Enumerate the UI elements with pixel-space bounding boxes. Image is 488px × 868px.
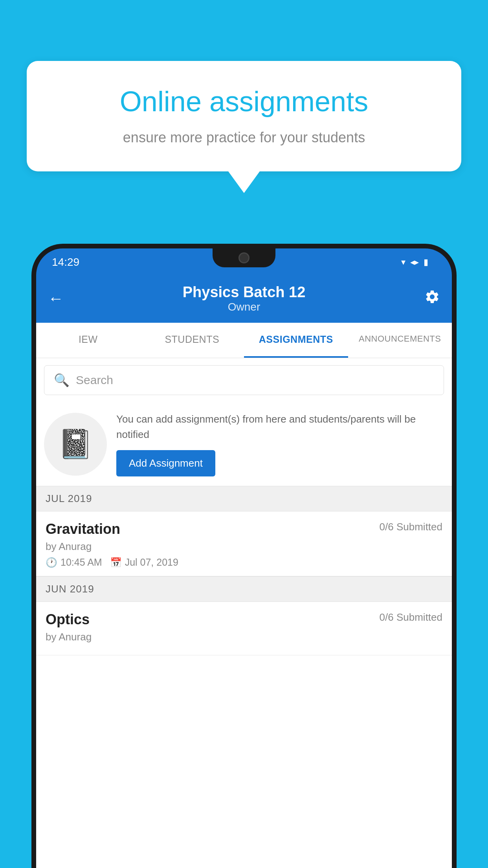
tab-announcements[interactable]: ANNOUNCEMENTS	[348, 323, 452, 358]
search-icon: 🔍	[54, 373, 70, 388]
section-header-jul-text: JUL 2019	[46, 493, 92, 504]
clock-icon: 🕐	[46, 557, 57, 568]
section-header-jul: JUL 2019	[36, 486, 452, 511]
speech-bubble-title: Online assignments	[54, 85, 434, 118]
assignment-item-gravitation[interactable]: Gravitation 0/6 Submitted by Anurag 🕐 10…	[36, 511, 452, 576]
phone-notch	[213, 248, 275, 267]
batch-subtitle: Owner	[183, 301, 306, 313]
phone-inner: 14:29 ▾ ◂▸ ▮ ← Physics Batch 12 Owner IE…	[36, 248, 452, 868]
settings-button[interactable]	[424, 289, 440, 308]
tab-assignments[interactable]: ASSIGNMENTS	[244, 323, 348, 358]
phone-frame: 14:29 ▾ ◂▸ ▮ ← Physics Batch 12 Owner IE…	[31, 244, 457, 868]
assignment-submitted-optics: 0/6 Submitted	[380, 611, 442, 623]
assignment-date: Jul 07, 2019	[125, 557, 178, 568]
assignment-row-top-optics: Optics 0/6 Submitted	[46, 611, 442, 628]
promo-description: You can add assignment(s) from here and …	[116, 412, 444, 442]
assignment-submitted-gravitation: 0/6 Submitted	[380, 521, 442, 533]
back-button[interactable]: ←	[48, 290, 64, 307]
assignment-name-gravitation: Gravitation	[46, 521, 120, 537]
screen-content: 🔍 Search 📓 You can add assignment(s) fro…	[36, 358, 452, 868]
section-header-jun: JUN 2019	[36, 576, 452, 602]
assignment-time: 10:45 AM	[61, 557, 102, 568]
batch-title: Physics Batch 12	[183, 284, 306, 301]
assignment-item-optics[interactable]: Optics 0/6 Submitted by Anurag	[36, 602, 452, 655]
search-placeholder: Search	[76, 373, 113, 387]
assignment-name-optics: Optics	[46, 611, 90, 628]
promo-icon-circle: 📓	[44, 413, 107, 476]
tab-iew[interactable]: IEW	[36, 323, 140, 358]
front-camera	[238, 252, 250, 263]
signal-icon: ◂▸	[410, 257, 419, 267]
notebook-icon: 📓	[58, 427, 93, 461]
assignment-row-top: Gravitation 0/6 Submitted	[46, 521, 442, 537]
section-header-jun-text: JUN 2019	[46, 583, 94, 595]
calendar-icon: 📅	[110, 557, 122, 568]
add-assignment-button[interactable]: Add Assignment	[116, 450, 215, 476]
meta-date: 📅 Jul 07, 2019	[110, 557, 178, 568]
promo-section: 📓 You can add assignment(s) from here an…	[36, 402, 452, 486]
tabs-container: IEW STUDENTS ASSIGNMENTS ANNOUNCEMENTS	[36, 323, 452, 358]
meta-time: 🕐 10:45 AM	[46, 557, 102, 568]
assignment-by-gravitation: by Anurag	[46, 541, 442, 553]
assignment-by-optics: by Anurag	[46, 631, 442, 643]
speech-bubble: Online assignments ensure more practice …	[27, 61, 461, 171]
wifi-icon: ▾	[401, 257, 405, 267]
battery-icon: ▮	[424, 257, 428, 267]
search-bar[interactable]: 🔍 Search	[44, 365, 444, 395]
search-container: 🔍 Search	[36, 358, 452, 402]
promo-text-block: You can add assignment(s) from here and …	[116, 412, 444, 476]
speech-bubble-tail	[228, 171, 260, 193]
tab-students[interactable]: STUDENTS	[140, 323, 244, 358]
speech-bubble-container: Online assignments ensure more practice …	[27, 61, 461, 193]
status-icons: ▾ ◂▸ ▮	[401, 257, 428, 267]
app-header: ← Physics Batch 12 Owner	[36, 276, 452, 323]
status-time: 14:29	[52, 256, 79, 268]
header-title-block: Physics Batch 12 Owner	[183, 284, 306, 313]
assignment-meta-gravitation: 🕐 10:45 AM 📅 Jul 07, 2019	[46, 557, 442, 568]
speech-bubble-subtitle: ensure more practice for your students	[54, 128, 434, 147]
